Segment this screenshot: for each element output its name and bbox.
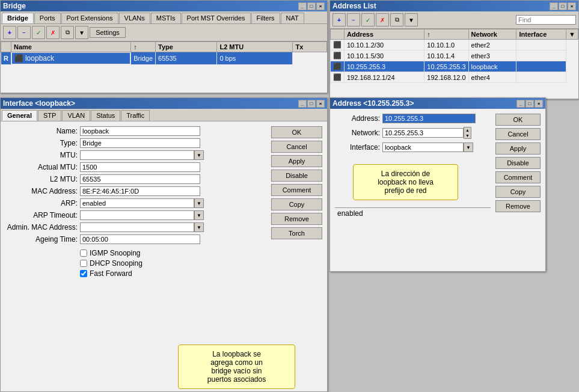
spin-down[interactable]: ▼ <box>464 133 471 138</box>
bridge-maximize-btn[interactable]: □ <box>307 2 316 10</box>
addredit-maximize-btn[interactable]: □ <box>525 100 534 108</box>
arp-label: ARP: <box>5 199 78 207</box>
bridge-minimize-btn[interactable]: _ <box>298 2 307 10</box>
table-row[interactable]: R ⬛ loopback Bridge 65535 0 bps <box>1 52 327 65</box>
igmp-snooping-checkbox[interactable] <box>80 250 87 257</box>
iface-minimize-btn[interactable]: _ <box>298 100 307 108</box>
torch-button[interactable]: Torch <box>271 227 322 239</box>
col-flag <box>1 42 11 52</box>
disable-btn[interactable]: ✗ <box>46 26 60 39</box>
addr-apply-button[interactable]: Apply <box>495 142 541 155</box>
disable-button[interactable]: Disable <box>271 170 322 182</box>
tab-nat[interactable]: NAT <box>281 13 304 23</box>
enable-btn[interactable]: ✓ <box>32 26 45 39</box>
addr-add-btn[interactable]: + <box>332 13 346 26</box>
addr-copy-button[interactable]: Copy <box>495 186 541 198</box>
table-row[interactable]: ⬛ 192.168.12.1/24 192.168.12.0 ether4 <box>331 72 578 83</box>
row-network: 192.168.12.0 <box>424 72 468 83</box>
addredit-minimize-btn[interactable]: _ <box>516 100 525 108</box>
name-input[interactable] <box>80 126 200 136</box>
arp-timeout-dropdown[interactable]: ▼ <box>194 210 204 220</box>
addr-filter-btn[interactable]: ▼ <box>405 13 418 26</box>
addr-enable-btn[interactable]: ✓ <box>361 13 375 26</box>
type-input[interactable] <box>80 138 200 148</box>
addr-remove-button[interactable]: Remove <box>495 200 541 212</box>
tab-traffic[interactable]: Traffic <box>121 110 150 121</box>
iface-input[interactable] <box>382 142 464 152</box>
tab-filters[interactable]: Filters <box>251 13 280 23</box>
mac-input[interactable] <box>80 186 200 196</box>
tab-ports[interactable]: Ports <box>34 13 61 23</box>
interface-window: Interface <loopback> _ □ × General STP V… <box>0 97 328 392</box>
tab-vlans[interactable]: VLANs <box>119 13 150 23</box>
field-mac-row: MAC Address: <box>5 186 266 196</box>
network-label: Network: <box>335 129 380 137</box>
tab-port-mst-overrides[interactable]: Port MST Overrides <box>182 13 251 23</box>
tab-mstis[interactable]: MSTIs <box>151 13 181 23</box>
tab-stp[interactable]: STP <box>38 110 61 121</box>
addr-copy-btn[interactable]: ⧉ <box>390 13 403 26</box>
ageing-input[interactable] <box>80 234 200 244</box>
addr-input[interactable] <box>382 114 476 123</box>
tab-general[interactable]: General <box>2 110 37 121</box>
addredit-close-btn[interactable]: × <box>535 100 543 108</box>
settings-btn[interactable]: Settings <box>90 27 126 38</box>
loopback-callout: La loopback seagrega como unbridge vacío… <box>178 345 295 389</box>
comment-button[interactable]: Comment <box>271 184 322 196</box>
tab-status[interactable]: Status <box>91 110 120 121</box>
bridge-close-btn[interactable]: × <box>316 2 325 10</box>
field-type-row: Type: <box>5 138 266 148</box>
copy-btn[interactable]: ⧉ <box>61 26 74 39</box>
fast-forward-checkbox[interactable] <box>80 270 87 277</box>
remove-btn[interactable]: − <box>17 26 31 39</box>
find-input[interactable] <box>516 15 576 25</box>
interface-title-bar: Interface <loopback> _ □ × <box>1 98 327 109</box>
add-btn[interactable]: + <box>3 26 16 39</box>
address-callout-text: La dirección deloopback no llevaprefijo … <box>378 170 433 195</box>
col-interface: Interface <box>516 29 566 40</box>
addr-remove-btn[interactable]: − <box>347 13 360 26</box>
iface-close-btn[interactable]: × <box>316 100 325 108</box>
addrlist-minimize-btn[interactable]: _ <box>550 2 558 10</box>
addr-label: Address: <box>335 114 380 123</box>
actual-mtu-input[interactable] <box>80 162 200 172</box>
mtu-input[interactable] <box>80 150 194 160</box>
network-spinner[interactable]: ▲ ▼ <box>464 127 471 139</box>
apply-button[interactable]: Apply <box>271 155 322 167</box>
row-tx: 0 bps <box>217 52 293 65</box>
copy-button[interactable]: Copy <box>271 198 322 210</box>
admin-mac-input[interactable] <box>80 222 194 232</box>
interface-title: Interface <loopback> <box>3 99 75 108</box>
addr-ok-button[interactable]: OK <box>495 114 541 126</box>
cancel-button[interactable]: Cancel <box>271 141 322 153</box>
iface-maximize-btn[interactable]: □ <box>307 100 316 108</box>
spin-up[interactable]: ▲ <box>464 127 471 133</box>
addr-cancel-button[interactable]: Cancel <box>495 128 541 140</box>
tab-bridge[interactable]: Bridge <box>2 13 34 23</box>
arp-dropdown[interactable]: ▼ <box>194 198 204 208</box>
remove-button[interactable]: Remove <box>271 213 322 225</box>
table-row[interactable]: ⬛ 10.10.1.2/30 10.10.1.0 ether2 <box>331 40 578 51</box>
addrlist-maximize-btn[interactable]: □ <box>559 2 567 10</box>
tab-port-extensions[interactable]: Port Extensions <box>61 13 118 23</box>
addr-disable-button[interactable]: Disable <box>495 157 541 169</box>
addrlist-close-btn[interactable]: × <box>568 2 576 10</box>
mtu-dropdown[interactable]: ▼ <box>194 150 204 160</box>
field-admin-mac-row: Admin. MAC Address: ▼ <box>5 222 266 232</box>
filter-btn[interactable]: ▼ <box>75 26 88 39</box>
iface-dropdown[interactable]: ▼ <box>464 142 473 152</box>
arp-input[interactable] <box>80 198 194 208</box>
dhcp-snooping-checkbox[interactable] <box>80 260 87 267</box>
row-interface: ether2 <box>468 40 516 51</box>
tab-vlan[interactable]: VLAN <box>62 110 90 121</box>
network-input[interactable] <box>382 128 464 138</box>
ok-button[interactable]: OK <box>271 126 322 138</box>
admin-mac-dropdown[interactable]: ▼ <box>194 222 204 232</box>
l2mtu-input[interactable] <box>80 174 200 184</box>
table-row[interactable]: ⬛ 10.255.255.3 10.255.255.3 loopback <box>331 61 578 72</box>
addr-comment-button[interactable]: Comment <box>495 171 541 183</box>
admin-mac-label: Admin. MAC Address: <box>5 223 78 231</box>
table-row[interactable]: ⬛ 10.10.1.5/30 10.10.1.4 ether3 <box>331 51 578 61</box>
arp-timeout-input[interactable] <box>80 210 194 220</box>
addr-disable-btn[interactable]: ✗ <box>376 13 389 26</box>
